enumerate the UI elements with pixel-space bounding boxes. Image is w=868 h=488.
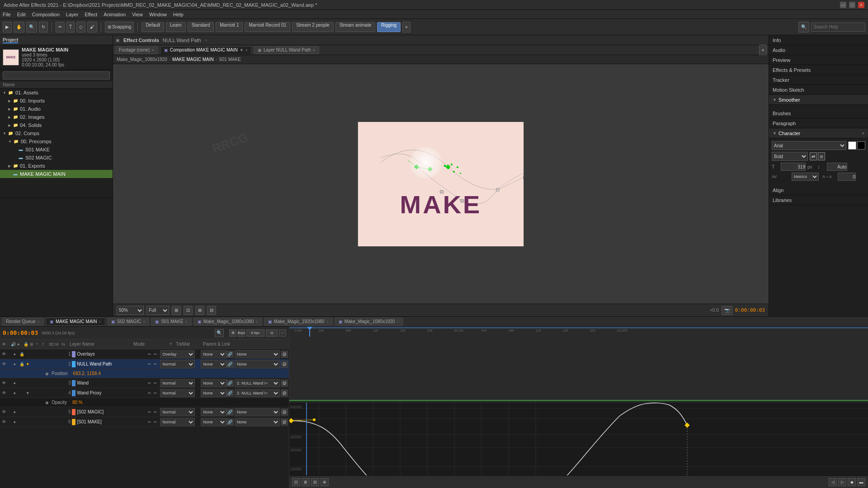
tree-item-s02magic[interactable]: ▶ ▬ S02 MAGIC	[0, 154, 113, 162]
close-s01-icon[interactable]: ×	[185, 319, 187, 324]
font-style-select[interactable]: BoldRegularItalic	[772, 152, 808, 161]
character-panel-menu[interactable]: ≡	[862, 131, 864, 136]
layer-5-link[interactable]: 🔗	[226, 408, 234, 416]
tree-item-assets[interactable]: ▼ 📁 01. Assets	[0, 89, 113, 97]
tree-item-precomps[interactable]: ▼ 📁 00. Precomps	[0, 137, 113, 145]
project-search-input[interactable]	[3, 71, 110, 80]
font-family-select[interactable]: ArialHelvetica	[772, 141, 846, 150]
layer-4-mode[interactable]: Normal	[160, 389, 194, 397]
workspace-standard[interactable]: Standard	[188, 22, 214, 32]
comp-preview[interactable]: MAKE	[358, 122, 524, 247]
layer-5-name[interactable]: [S02 MAGIC]	[77, 409, 147, 414]
right-nav-motion-sketch[interactable]: Motion Sketch	[769, 85, 868, 95]
timeline-timecode[interactable]: 0:00:00:03	[3, 329, 38, 336]
workspace-rigging[interactable]: Rigging	[377, 22, 401, 32]
close-1920-icon[interactable]: ×	[326, 319, 328, 324]
menu-file[interactable]: File	[3, 12, 11, 17]
close-s02-icon[interactable]: ×	[143, 319, 145, 324]
right-nav-tracker[interactable]: Tracker	[769, 75, 868, 85]
tab-s02-magic[interactable]: ▣ S02 MAGIC ×	[107, 318, 150, 326]
layer-2-visibility[interactable]: 👁	[1, 361, 7, 366]
draft-3d-btn[interactable]: □	[279, 329, 286, 337]
layer-6-mode[interactable]: Normal	[160, 418, 194, 426]
playhead-marker[interactable]	[307, 327, 313, 337]
workspace-default[interactable]: Default	[142, 22, 164, 32]
close-button[interactable]: ×	[858, 2, 864, 8]
layer-6-link[interactable]: 🔗	[226, 418, 234, 426]
layer-6-name[interactable]: [S01 MAKE]	[77, 419, 147, 424]
layer-4-trkmat[interactable]: None	[201, 389, 226, 397]
layer-4-parent[interactable]: 2. NULL Wand I~	[235, 389, 280, 397]
menu-edit[interactable]: Edit	[17, 12, 26, 17]
layer-3-link[interactable]: 🔗	[226, 380, 234, 387]
graph-snap-btn[interactable]: ⊕	[321, 478, 329, 486]
tool-rotate[interactable]: ↻	[39, 22, 48, 33]
layer-1-visibility[interactable]: 👁	[1, 352, 7, 357]
tab-project[interactable]: Project	[3, 37, 18, 43]
tab-make-488x868[interactable]: ▣ Make_Magic_1080x1920 ×	[335, 318, 403, 326]
position-stopwatch[interactable]: ◉	[45, 371, 52, 376]
tree-item-solids[interactable]: ▶ 📁 04. Solids	[0, 121, 113, 129]
right-nav-align[interactable]: Align	[769, 185, 868, 195]
tracking-type-select[interactable]: MetricsOptical	[792, 173, 819, 181]
tool-shape[interactable]: ◇	[76, 22, 85, 33]
tab-render-queue[interactable]: Render Queue ×	[2, 318, 44, 326]
tool-select[interactable]: ▶	[3, 22, 12, 33]
tracking-value-input[interactable]	[838, 173, 856, 181]
graph-ease-out-btn[interactable]: ▷	[838, 478, 846, 486]
quality-select[interactable]: FullHalfQuarter	[146, 306, 169, 315]
font-size-input[interactable]	[781, 163, 806, 171]
zoom-select[interactable]: 50%100%25%	[117, 306, 144, 315]
layer-4-color[interactable]	[72, 390, 75, 396]
layer-4-name[interactable]: Wand Proxy	[77, 390, 147, 395]
layer-2-pick-whip[interactable]: @	[281, 361, 288, 368]
layer-1-mode[interactable]: Overlay	[160, 350, 194, 358]
layer-3-whip[interactable]: @	[281, 380, 288, 387]
line-height-input[interactable]	[827, 163, 847, 171]
snapping-toggle[interactable]: ⊞ Snapping	[105, 22, 134, 33]
stroke-color-swatch[interactable]	[857, 141, 865, 150]
workspace-more[interactable]: »	[402, 22, 410, 33]
tree-item-audio[interactable]: ▶ 📁 01. Audio	[0, 105, 113, 113]
graph-ease-in-btn[interactable]: ◁	[829, 478, 837, 486]
layer-4-opacity-row[interactable]: ◉ Opacity 80 %	[0, 398, 289, 407]
right-nav-smoother[interactable]: ▼ Smoother	[769, 95, 868, 105]
tab-make-1080[interactable]: ▣ Make_Magic_1080x1080 ×	[193, 318, 262, 326]
graph-fit-btn[interactable]: ⊡	[292, 478, 300, 486]
tree-item-imports[interactable]: ▶ 📁 00. Imports	[0, 97, 113, 105]
tool-zoom[interactable]: 🔍	[26, 22, 37, 33]
layer-3-color[interactable]	[72, 380, 75, 386]
close-render-queue-icon[interactable]: ×	[38, 319, 40, 324]
layer-5-color[interactable]	[72, 409, 75, 415]
swap-color-btn[interactable]: ⇄	[810, 152, 817, 160]
tool-pen[interactable]: ✏	[56, 22, 65, 33]
close-488x868-icon[interactable]: ×	[396, 319, 399, 324]
layer-3-parent[interactable]: 2. NULL Wand I~	[235, 379, 280, 387]
help-search-input[interactable]	[811, 23, 865, 32]
layer-1-pick-whip[interactable]: @	[281, 351, 288, 358]
layer-2-position-row[interactable]: ◉ Position 683.2, 1158.4	[0, 369, 289, 378]
layer-6-solo[interactable]: ●	[13, 420, 19, 424]
viewer-tab-layer[interactable]: ▣ Layer NULL Wand Path ×	[254, 46, 319, 54]
right-nav-audio[interactable]: Audio	[769, 45, 868, 55]
tool-hand[interactable]: ✋	[14, 22, 24, 33]
menu-effect[interactable]: Effect	[85, 12, 97, 17]
opacity-stopwatch[interactable]: ◉	[45, 400, 52, 405]
snapshot-btn[interactable]: 📷	[722, 306, 732, 315]
viewer-tab-comp[interactable]: ▣ Composition MAKE MAGIC MAIN ▼ ×	[160, 46, 252, 54]
graph-easy-ease-btn[interactable]: ◆	[848, 478, 856, 486]
layer-5-parent[interactable]: None	[235, 408, 280, 416]
workspace-marriott1[interactable]: Marriott 1	[216, 22, 243, 32]
right-nav-character[interactable]: ▼ Character ≡	[769, 128, 868, 138]
menu-composition[interactable]: Composition	[32, 12, 60, 17]
layer-2-lock[interactable]: 🔒	[19, 362, 26, 366]
close-comp-icon[interactable]: ×	[245, 48, 248, 52]
layer-1-link-icon[interactable]: 🔗	[226, 351, 234, 358]
tree-item-makemagicmain[interactable]: ▶ ▬ MAKE MAGIC MAIN	[0, 170, 113, 178]
tab-make-magic-main[interactable]: ▣ MAKE MAGIC MAIN ×	[46, 318, 105, 326]
layer-4-visibility[interactable]: 👁	[1, 390, 7, 395]
window-controls[interactable]: — □ ×	[840, 2, 868, 8]
layer-5-trkmat[interactable]: None	[201, 408, 226, 416]
menu-layer[interactable]: Layer	[66, 12, 79, 17]
toggle-guides-btn[interactable]: ⊞	[195, 306, 204, 315]
